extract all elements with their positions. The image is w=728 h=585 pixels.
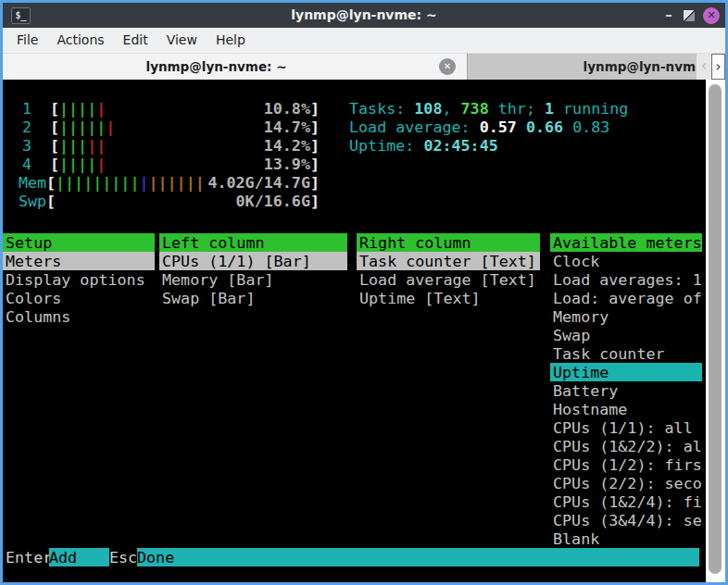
tab-close-icon[interactable]: ✕ — [439, 58, 456, 75]
tab-active[interactable]: lynmp@lyn-nvme: ~ ✕ — [3, 54, 468, 80]
panel-header-1: Left column — [159, 233, 347, 252]
meter-bar-pipes: ||||| — [59, 99, 106, 118]
menu-item-view[interactable]: View — [157, 28, 207, 53]
info-segment: 1 — [545, 99, 554, 118]
menu-item-help[interactable]: Help — [207, 28, 255, 53]
panel-item[interactable]: Blank — [550, 529, 702, 548]
info-segment: running — [554, 99, 628, 118]
bar-pipe-g: | — [69, 118, 78, 136]
meter-open-bracket: [ — [50, 136, 59, 155]
fnkey-esc[interactable]: Esc — [109, 548, 137, 566]
terminal-scrollbar[interactable] — [706, 80, 725, 582]
panel-item[interactable]: Battery — [550, 381, 702, 400]
menu-bar: FileActionsEditViewHelp — [3, 28, 725, 54]
bar-pipe-g: | — [78, 118, 87, 136]
panel-header-2: Right column — [357, 233, 540, 252]
meter-close-bracket: ] — [310, 118, 320, 136]
bar-pipe-r: | — [106, 118, 115, 136]
info-line-uptime: Uptime: 02:45:45 — [349, 136, 498, 155]
info-segment: thr; — [489, 99, 545, 118]
meter-value: 0K/16.6G] — [142, 192, 320, 210]
meter-label: Mem — [19, 173, 46, 192]
panel-item[interactable]: Load averages: 1 — [550, 270, 702, 289]
panel-item[interactable]: CPUs (1/1) [Bar] — [159, 252, 347, 270]
bar-pipe-g: | — [87, 155, 96, 173]
titlebar[interactable]: $_ lynmp@lyn-nvme: ~ – ✕ — [3, 3, 725, 28]
panel-item[interactable]: Swap — [550, 326, 702, 344]
fnlabel-done[interactable]: Done — [137, 548, 699, 566]
meter-bar-pipes: |||||| — [59, 118, 115, 136]
meter-label: Swp — [19, 192, 46, 210]
panel-item[interactable]: Task counter [Text] — [357, 252, 540, 270]
info-line-load-average: Load average: 0.57 0.66 0.83 — [349, 118, 609, 136]
bar-pipe-g: | — [74, 173, 83, 192]
meter-close-bracket: ] — [310, 155, 320, 173]
meter-value: 4.02G/14.7G] — [142, 173, 320, 192]
meter-row-4: 4[|||||13.9%] — [3, 155, 707, 173]
tab-scroll-left-icon[interactable]: ‹ — [697, 54, 711, 80]
bar-pipe-g: | — [69, 99, 78, 118]
bar-pipe-g: | — [130, 173, 139, 192]
bar-pipe-g: | — [59, 155, 69, 173]
bar-pipe-g: | — [111, 173, 120, 192]
meter-label: 1 — [22, 99, 31, 118]
menu-item-edit[interactable]: Edit — [114, 28, 157, 53]
bar-pipe-g: | — [96, 118, 106, 136]
terminal-screen[interactable]: 1[|||||10.8%]2[||||||14.7%]3[|||||14.2%]… — [3, 80, 725, 582]
bar-pipe-g: | — [69, 155, 78, 173]
panel-item[interactable]: Swap [Bar] — [159, 289, 347, 307]
meter-row-mem: Mem[||||||||||||||||4.02G/14.7G] — [3, 173, 707, 192]
panel-item[interactable]: Hostname — [550, 400, 702, 418]
tab-scroll-right-icon[interactable]: › — [711, 54, 725, 80]
scrollbar-thumb[interactable] — [709, 84, 722, 574]
panel-item[interactable]: Uptime — [550, 363, 702, 381]
panel-item[interactable]: CPUs (2/2): seco — [550, 474, 702, 492]
fnlabel-add[interactable]: Add — [49, 548, 109, 566]
fnkey-enter[interactable]: Enter — [3, 548, 49, 566]
panel-item[interactable]: Memory [Bar] — [159, 270, 347, 289]
bar-pipe-g: | — [78, 136, 87, 155]
meter-open-bracket: [ — [46, 192, 56, 210]
meter-value: 14.2%] — [142, 136, 320, 155]
panel-item[interactable]: CPUs (1&2/4): fi — [550, 492, 702, 511]
panel-item[interactable]: CPUs (1/2): firs — [550, 455, 702, 474]
meter-close-bracket: ] — [310, 136, 320, 155]
meter-bar-pipes: ||||| — [59, 136, 106, 155]
bar-pipe-g: | — [87, 99, 96, 118]
meter-row-swp: Swp[0K/16.6G] — [3, 192, 707, 210]
panel-item[interactable]: Load average [Text] — [357, 270, 540, 289]
panel-item[interactable]: CPUs (3&4/4): se — [550, 511, 702, 529]
meter-open-bracket: [ — [50, 155, 59, 173]
tab-title: lynmp@lyn-nvm — [584, 54, 696, 80]
panel-item[interactable]: Uptime [Text] — [357, 289, 540, 307]
tab-inactive[interactable]: lynmp@lyn-nvm — [469, 54, 697, 80]
bar-pipe-g: | — [102, 173, 111, 192]
panel-item[interactable]: Columns — [3, 307, 155, 326]
panel-item[interactable]: Colors — [3, 289, 155, 307]
panel-item[interactable]: CPUs (1/1): all — [550, 418, 702, 437]
menu-item-file[interactable]: File — [7, 28, 47, 53]
meter-close-bracket: ] — [310, 99, 320, 118]
minimize-icon[interactable]: – — [662, 3, 675, 28]
bar-pipe-g: | — [69, 136, 78, 155]
panel-item[interactable]: Memory — [550, 307, 702, 326]
info-segment: 108 — [414, 99, 442, 118]
panel-item[interactable]: CPUs (1&2/2): al — [550, 437, 702, 455]
window-title: lynmp@lyn-nvme: ~ — [3, 3, 725, 28]
panel-item[interactable]: Load: average of — [550, 289, 702, 307]
info-segment: 0.57 — [480, 118, 526, 136]
meter-close-bracket: ] — [310, 173, 320, 192]
panel-item[interactable]: Clock — [550, 252, 702, 270]
panel-item[interactable]: Task counter — [550, 344, 702, 363]
panel-item[interactable]: Meters — [3, 252, 155, 270]
bar-pipe-r: | — [96, 155, 106, 173]
bar-pipe-g: | — [59, 136, 69, 155]
meter-value-text: 13.9% — [264, 155, 310, 173]
panel-item[interactable]: Display options — [3, 270, 155, 289]
menu-item-actions[interactable]: Actions — [47, 28, 113, 53]
bar-pipe-r: | — [96, 136, 106, 155]
panel-header-0: Setup — [3, 233, 155, 252]
close-icon[interactable]: ✕ — [703, 7, 720, 24]
maximize-icon[interactable] — [684, 10, 695, 21]
meter-bar-pipes: ||||| — [59, 155, 106, 173]
